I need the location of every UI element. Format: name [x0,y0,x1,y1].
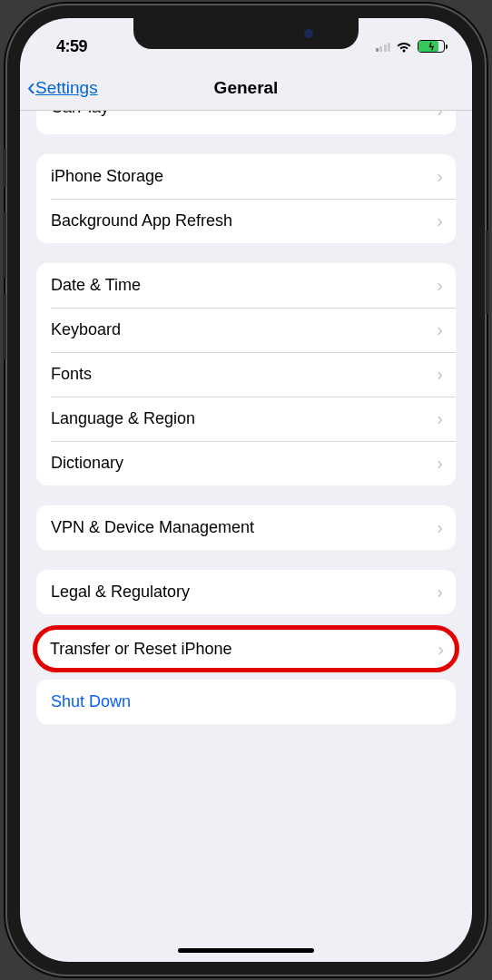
chevron-right-icon: › [437,408,443,429]
settings-group-1: iPhone Storage › Background App Refresh … [36,154,456,243]
settings-group-5: Shut Down [36,680,456,724]
wifi-icon [396,41,412,53]
screen: 4:59 ϟ ‹ Settings General [20,18,472,962]
row-fonts[interactable]: Fonts › [36,352,456,397]
back-button[interactable]: ‹ Settings [27,75,98,100]
row-legal-regulatory[interactable]: Legal & Regulatory › [36,570,456,614]
row-label: Language & Region [51,409,437,428]
notch [133,18,359,49]
row-transfer-or-reset[interactable]: Transfer or Reset iPhone › [33,625,459,672]
row-label: Keyboard [51,320,437,339]
chevron-right-icon: › [437,166,443,187]
chevron-right-icon: › [438,639,444,660]
row-date-time[interactable]: Date & Time › [36,263,456,308]
volume-down-button [3,294,6,359]
row-iphone-storage[interactable]: iPhone Storage › [36,154,456,199]
chevron-right-icon: › [437,319,443,340]
row-language-region[interactable]: Language & Region › [36,397,456,441]
battery-icon: ϟ [418,40,445,53]
status-icons: ϟ [376,40,448,53]
chevron-right-icon: › [437,582,443,603]
row-label: Fonts [51,365,437,384]
settings-group-2: Date & Time › Keyboard › Fonts › Languag… [36,263,456,485]
status-time: 4:59 [45,37,87,56]
chevron-right-icon: › [437,517,443,538]
row-label: Transfer or Reset iPhone [50,640,438,659]
chevron-right-icon: › [437,111,443,121]
settings-content: CarPlay › iPhone Storage › Background Ap… [20,111,472,724]
chevron-right-icon: › [437,211,443,231]
cellular-icon [376,41,391,52]
row-label: Background App Refresh [51,211,437,230]
chevron-right-icon: › [437,275,443,296]
home-indicator[interactable] [178,948,314,953]
row-label: Date & Time [51,276,437,295]
charging-icon: ϟ [428,42,435,52]
row-label: VPN & Device Management [51,518,437,537]
navigation-bar: ‹ Settings General [20,65,472,111]
power-button [486,230,489,314]
chevron-right-icon: › [437,364,443,385]
row-label: Shut Down [51,692,441,711]
row-label: Dictionary [51,454,437,473]
camera-dot [304,29,313,38]
back-label: Settings [35,78,98,98]
row-keyboard[interactable]: Keyboard › [36,308,456,352]
row-label: CarPlay [51,111,437,117]
row-background-app-refresh[interactable]: Background App Refresh › [36,199,456,243]
volume-up-button [3,212,6,278]
chevron-left-icon: ‹ [27,75,35,100]
settings-group-3: VPN & Device Management › [36,505,456,550]
row-dictionary[interactable]: Dictionary › [36,441,456,485]
settings-group-4: Legal & Regulatory › [36,570,456,614]
row-shut-down[interactable]: Shut Down [36,680,456,724]
mute-switch [3,149,6,187]
row-vpn-device-management[interactable]: VPN & Device Management › [36,505,456,550]
row-label: Legal & Regulatory [51,583,437,602]
row-label: iPhone Storage [51,167,437,186]
phone-frame: 4:59 ϟ ‹ Settings General [5,4,487,976]
settings-group-0: CarPlay › [36,111,456,134]
chevron-right-icon: › [437,453,443,474]
row-carplay[interactable]: CarPlay › [36,111,456,134]
